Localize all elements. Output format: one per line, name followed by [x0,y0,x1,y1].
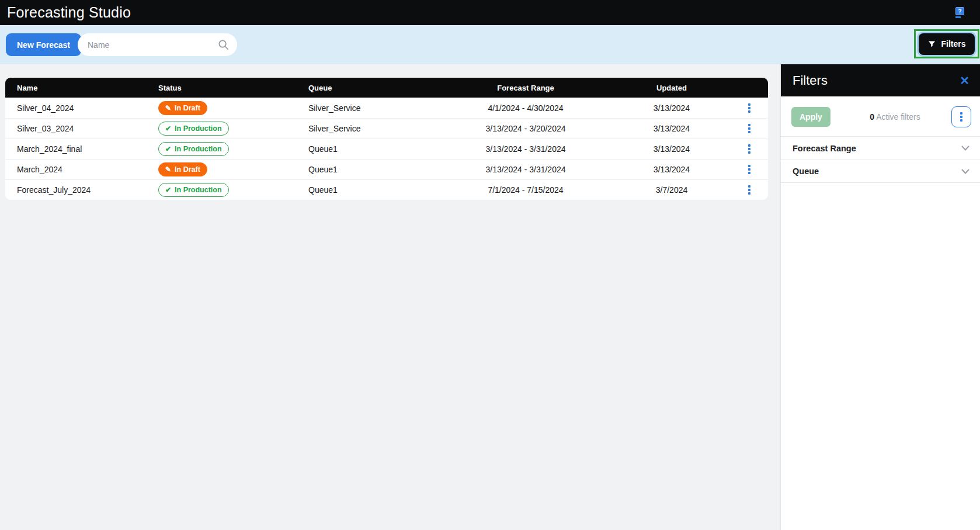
queue-name: Silver_Service [308,103,438,113]
filter-funnel-icon [927,40,936,49]
forecast-name: Silver_03_2024 [5,124,158,133]
filters-button-label: Filters [941,39,965,49]
forecast-range: 3/13/2024 - 3/31/2024 [438,144,613,154]
status-label: In Production [175,124,222,133]
filters-menu-button[interactable] [951,106,971,127]
chevron-down-icon [961,169,969,174]
column-header-status: Status [158,84,308,92]
status-label: In Production [175,186,222,194]
column-header-queue: Queue [308,84,438,92]
forecasts-table: Name Status Queue Forecast Range Updated… [5,78,768,200]
active-filters-count: 0 Active filters [870,112,920,122]
filters-panel-title: Filters [793,73,828,88]
filters-annotation-box: Filters [914,29,979,58]
queue-name: Queue1 [308,144,438,154]
column-header-range: Forecast Range [438,84,613,92]
updated-date: 3/13/2024 [613,124,730,133]
search-icon [218,39,229,50]
status-badge: ✎ ✔ In Production [158,142,229,156]
status-badge: ✎ ✔ In Draft [158,162,207,176]
apply-filters-button[interactable]: Apply [791,107,830,127]
check-icon: ✔ [165,186,171,193]
row-menu-button[interactable] [745,122,754,136]
kebab-icon [957,110,966,124]
forecast-range: 7/1/2024 - 7/15/2024 [438,185,613,195]
filters-panel-actions: Apply 0 Active filters [781,96,980,127]
close-icon[interactable]: ✕ [960,75,969,86]
forecast-name: Silver_04_2024 [5,103,158,113]
status-label: In Production [175,145,222,153]
check-icon: ✔ [165,125,171,132]
filters-panel: Filters ✕ Apply 0 Active filters Forecas… [780,64,980,530]
table-body: Silver_04_2024 ✎ ✔ In Draft Silver_Servi… [5,98,768,200]
status-label: In Draft [175,104,200,112]
table-row[interactable]: Silver_03_2024 ✎ ✔ In Production Silver_… [5,118,768,138]
queue-name: Silver_Service [308,124,438,133]
pencil-icon: ✎ [165,105,171,112]
check-icon: ✔ [165,146,171,153]
queue-name: Queue1 [308,165,438,174]
status-badge: ✎ ✔ In Production [158,122,229,136]
forecast-range: 4/1/2024 - 4/30/2024 [438,103,613,113]
chevron-down-icon [961,146,969,151]
table-header-row: Name Status Queue Forecast Range Updated [5,78,768,98]
forecast-name: March_2024_final [5,144,158,154]
forecasting-studio-app: Forecasting Studio ? New Forecast Filter… [0,0,980,530]
filters-button[interactable]: Filters [919,33,974,55]
page-title: Forecasting Studio [7,4,131,21]
table-row[interactable]: Silver_04_2024 ✎ ✔ In Draft Silver_Servi… [5,98,768,118]
table-row[interactable]: March_2024 ✎ ✔ In Draft Queue1 3/13/2024… [5,159,768,179]
column-header-updated: Updated [613,84,730,92]
updated-date: 3/13/2024 [613,165,730,174]
status-badge: ✎ ✔ In Draft [158,101,207,115]
toolbar: New Forecast Filters [0,25,980,64]
filter-section-queue[interactable]: Queue [781,160,980,183]
forecast-range: 3/13/2024 - 3/20/2024 [438,124,613,133]
search-input[interactable] [78,33,237,56]
help-icon[interactable]: ? [955,7,965,18]
table-row[interactable]: March_2024_final ✎ ✔ In Production Queue… [5,138,768,159]
forecast-name: Forecast_July_2024 [5,185,158,195]
forecast-name: March_2024 [5,165,158,174]
updated-date: 3/7/2024 [613,185,730,195]
pencil-icon: ✎ [165,166,171,173]
new-forecast-button[interactable]: New Forecast [6,33,81,56]
updated-date: 3/13/2024 [613,103,730,113]
search-box [78,33,237,56]
row-menu-button[interactable] [745,162,754,176]
status-badge: ✎ ✔ In Production [158,183,229,197]
updated-date: 3/13/2024 [613,144,730,154]
column-header-name: Name [5,84,158,92]
filter-sections: Forecast Range Queue [781,136,980,183]
status-label: In Draft [175,165,200,174]
row-menu-button[interactable] [745,101,754,115]
row-menu-button[interactable] [745,142,754,156]
main-content: Name Status Queue Forecast Range Updated… [0,64,779,530]
row-menu-button[interactable] [745,183,754,197]
forecast-range: 3/13/2024 - 3/31/2024 [438,165,613,174]
filters-panel-header: Filters ✕ [781,64,980,96]
table-row[interactable]: Forecast_July_2024 ✎ ✔ In Production Que… [5,179,768,200]
app-header: Forecasting Studio ? [0,0,980,25]
filter-section-forecast-range[interactable]: Forecast Range [781,136,980,160]
queue-name: Queue1 [308,185,438,195]
